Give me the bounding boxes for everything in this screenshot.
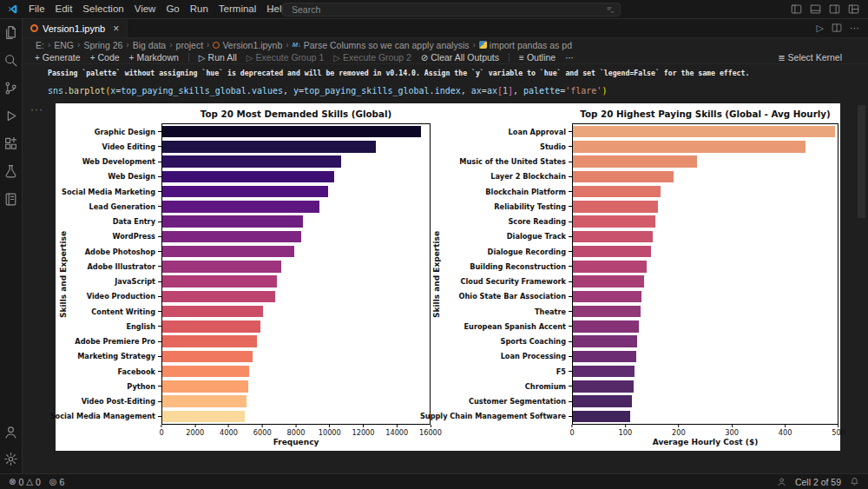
breadcrumb-item[interactable]: M↓Parse Columns so we can apply analysis — [293, 40, 470, 50]
category-label: Adobe Premiere Pro — [69, 334, 161, 349]
bar-row — [162, 259, 430, 274]
tab-version1-ipynb[interactable]: Version1.ipynb × — [23, 19, 128, 37]
breadcrumb-item[interactable]: E: — [36, 40, 44, 50]
bar — [162, 351, 253, 362]
search-box[interactable]: Search — [282, 3, 621, 17]
breadcrumb-item[interactable]: import pandas as pd — [479, 40, 572, 50]
menu-go[interactable]: Go — [161, 0, 184, 18]
breadcrumb-item[interactable]: project — [176, 40, 204, 50]
bar — [162, 201, 319, 212]
toolbar-code[interactable]: +Code — [90, 52, 120, 63]
bar-row — [573, 319, 838, 334]
toolbar-markdown[interactable]: +Markdown — [129, 52, 179, 63]
category-label-text: Customer Segmentation — [469, 397, 566, 406]
settings-gear-icon[interactable] — [3, 452, 18, 466]
go-back-icon[interactable]: ← — [247, 3, 258, 16]
cell-gutter: ··· — [23, 103, 56, 473]
tab-close-icon[interactable]: × — [113, 23, 119, 35]
testing-icon[interactable] — [3, 164, 18, 179]
notebook-view-icon[interactable] — [3, 192, 18, 207]
bar — [162, 306, 263, 317]
breadcrumb-item[interactable]: Version1.ipynb — [213, 40, 282, 50]
toolbar-generate[interactable]: +Generate — [35, 52, 81, 63]
accounts-status-icon[interactable] — [777, 477, 786, 486]
toolbar-outline[interactable]: ≡Outline — [519, 52, 556, 63]
code-cell[interactable]: Passing `palette` without assigning `hue… — [23, 64, 868, 103]
toolbar-execute-group-1[interactable]: ▷Execute Group 1 — [247, 52, 325, 63]
x-tick-label: 4000 — [220, 428, 238, 437]
x-tick: 100 — [619, 425, 633, 437]
toolbar-execute-group-2[interactable]: ▷Execute Group 2 — [333, 52, 411, 63]
category-label-text: WordPress — [112, 232, 155, 241]
x-tick-label: 16000 — [419, 428, 442, 437]
breadcrumb-item[interactable]: ENG — [54, 40, 74, 50]
clear-outputs-icon: ⊘ — [421, 53, 428, 63]
x-tick-label: 2000 — [186, 428, 204, 437]
menu-view[interactable]: View — [129, 0, 161, 18]
vscode-logo-icon — [7, 3, 18, 15]
cell-more-actions-icon[interactable]: ··· — [30, 103, 43, 116]
accounts-icon[interactable] — [3, 425, 18, 439]
toggle-panel-left-icon[interactable] — [791, 3, 802, 15]
bar-row — [162, 229, 430, 244]
bar-row — [573, 379, 838, 393]
breadcrumb-item-label: Parse Columns so we can apply analysis — [304, 40, 470, 50]
search-dropdown-icon[interactable] — [606, 5, 615, 14]
code-token: , — [283, 86, 293, 96]
x-tick-mark — [296, 425, 297, 427]
customize-layout-icon[interactable] — [848, 3, 859, 15]
breadcrumb-item[interactable]: Spring 26 — [83, 40, 122, 50]
toggle-panel-bottom-icon[interactable] — [810, 3, 821, 15]
breadcrumb-separator: › — [48, 40, 50, 50]
menu-edit[interactable]: Edit — [50, 0, 78, 18]
toolbar-clear-all-outputs[interactable]: ⊘Clear All Outputs — [421, 52, 499, 63]
menu-run[interactable]: Run — [185, 0, 214, 18]
x-tick-label: 300 — [725, 428, 739, 437]
toolbar-label: Run All — [208, 52, 237, 63]
category-label-text: Video Production — [87, 292, 155, 301]
run-icon[interactable]: ▷ — [817, 23, 824, 34]
category-label-text: Web Development — [82, 157, 155, 166]
category-label-text: Sports Coaching — [501, 337, 566, 346]
source-control-icon[interactable] — [3, 81, 18, 96]
breadcrumb-item[interactable]: Big data — [133, 40, 167, 50]
select-kernel-button[interactable]: ≣ Select Kernel — [778, 52, 842, 63]
scrollbar[interactable] — [858, 105, 865, 218]
run-and-debug-icon[interactable] — [3, 109, 18, 123]
menu-file[interactable]: File — [23, 0, 50, 18]
extensions-icon[interactable] — [3, 136, 18, 151]
bar-row — [162, 364, 430, 379]
menu-selection[interactable]: Selection — [77, 0, 128, 18]
split-editor-icon[interactable] — [832, 23, 842, 35]
category-label-text: F5 — [556, 367, 566, 376]
x-tick-label: 100 — [619, 428, 633, 437]
x-tick-label: 6000 — [253, 428, 272, 437]
explorer-icon[interactable] — [3, 25, 18, 40]
cell-position[interactable]: Cell 2 of 59 — [795, 477, 841, 487]
category-label-text: Score Reading — [508, 217, 566, 226]
activity-bar — [0, 19, 23, 473]
bar-row — [162, 319, 430, 334]
toggle-panel-right-icon[interactable] — [829, 3, 840, 15]
bar-row — [573, 229, 838, 244]
bar — [162, 261, 281, 272]
bar — [573, 186, 661, 197]
bar — [573, 380, 634, 392]
go-forward-icon[interactable]: → — [265, 3, 275, 16]
notifications-bell-icon[interactable] — [850, 477, 859, 486]
chart-x-ticks: 0200040006000800010000120001400016000 — [161, 425, 431, 438]
search-icon[interactable] — [3, 53, 18, 68]
toolbar-more[interactable]: ⋯ — [565, 53, 574, 63]
bar-row — [162, 215, 430, 229]
category-label: Reliability Testing — [442, 199, 572, 214]
toolbar-run-all[interactable]: ▷Run All — [199, 52, 237, 63]
ports-indicator[interactable]: ◎6 — [49, 477, 65, 487]
category-label: Adobe Photoshop — [69, 244, 161, 259]
bar-row — [162, 394, 430, 409]
problems-indicator[interactable]: ⊗0 △0 — [9, 477, 41, 487]
x-tick: 6000 — [253, 425, 272, 437]
more-actions-icon[interactable]: ⋯ — [850, 23, 859, 34]
code-token: 'flare' — [565, 86, 602, 96]
category-label: Loan Processing — [442, 349, 572, 364]
code-line[interactable]: sns.barplot(x=top_paying_skills_global.v… — [48, 86, 868, 96]
